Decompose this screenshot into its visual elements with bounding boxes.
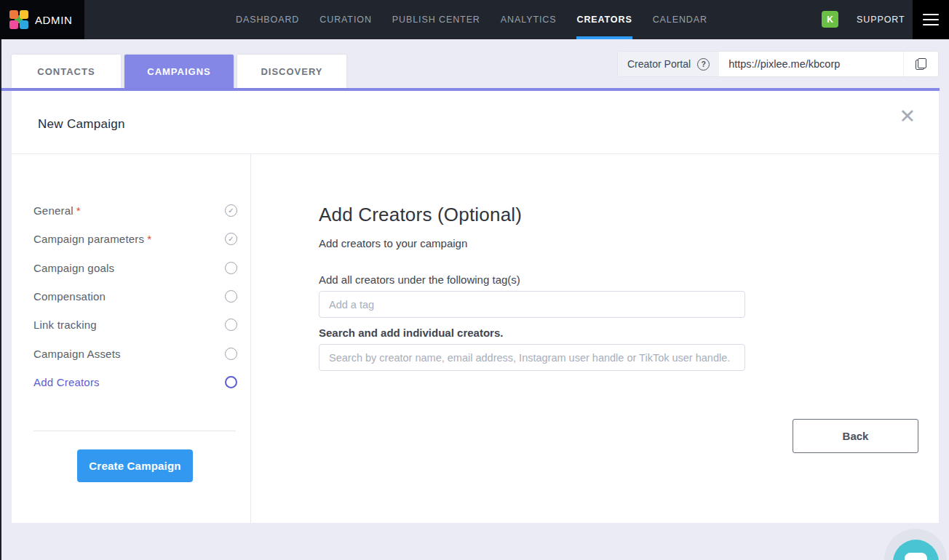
creator-search-input[interactable] <box>319 344 745 371</box>
steps-list: General* ✓ Campaign parameters* ✓ Campai… <box>33 196 237 396</box>
support-link[interactable]: SUPPORT <box>857 0 905 39</box>
hamburger-menu-icon[interactable] <box>913 0 949 39</box>
sidebar-divider <box>33 431 236 431</box>
section-tabs: CONTACTS CAMPAIGNS DISCOVERY <box>12 55 346 88</box>
tag-input[interactable] <box>319 291 745 318</box>
step-label: Add Creators <box>33 376 100 388</box>
copy-url-button[interactable] <box>903 52 938 76</box>
step-label: Campaign goals <box>33 262 114 274</box>
step-active-icon <box>225 376 237 388</box>
step-link-tracking[interactable]: Link tracking <box>33 311 237 339</box>
campaign-steps-sidebar: General* ✓ Campaign parameters* ✓ Campai… <box>12 154 251 523</box>
step-todo-icon <box>225 319 237 331</box>
step-done-icon: ✓ <box>225 233 237 245</box>
creator-portal-label: Creator Portal <box>627 58 691 70</box>
step-general[interactable]: General* ✓ <box>33 196 237 225</box>
step-label: General <box>33 204 74 217</box>
chat-icon <box>905 553 927 560</box>
step-label: Compensation <box>33 290 106 303</box>
copy-icon <box>916 58 926 70</box>
user-avatar[interactable]: K <box>822 11 838 28</box>
pixlee-logo-icon <box>9 10 28 29</box>
creator-portal-widget: Creator Portal ? https://pixlee.me/kbcor… <box>617 51 939 77</box>
top-nav: ADMIN DASHBOARD CURATION PUBLISH CENTER … <box>0 0 949 39</box>
step-label: Campaign parameters <box>33 233 144 245</box>
step-campaign-goals[interactable]: Campaign goals <box>33 254 237 282</box>
step-todo-icon <box>225 290 237 303</box>
nav-item-curation[interactable]: CURATION <box>319 0 372 39</box>
required-marker: * <box>147 233 151 245</box>
nav-item-creators[interactable]: CREATORS <box>576 0 632 39</box>
tab-discovery[interactable]: DISCOVERY <box>237 55 346 88</box>
nav-item-calendar[interactable]: CALENDAR <box>653 0 707 39</box>
add-creators-panel: Add Creators (Optional) Add creators to … <box>252 154 939 523</box>
nav-item-analytics[interactable]: ANALYTICS <box>501 0 557 39</box>
step-compensation[interactable]: Compensation <box>33 282 237 311</box>
creator-portal-label-area: Creator Portal ? <box>618 52 719 76</box>
step-add-creators[interactable]: Add Creators <box>33 368 237 396</box>
help-question-icon[interactable]: ? <box>697 58 710 71</box>
create-campaign-button[interactable]: Create Campaign <box>77 449 193 482</box>
panel-heading: Add Creators (Optional) <box>319 204 522 226</box>
step-label: Link tracking <box>33 319 97 331</box>
new-campaign-modal: New Campaign ✕ General* ✓ Campaign param… <box>12 91 939 523</box>
brand-area[interactable]: ADMIN <box>0 0 84 39</box>
back-button[interactable]: Back <box>793 419 918 453</box>
nav-item-dashboard[interactable]: DASHBOARD <box>236 0 299 39</box>
tag-field-label: Add all creators under the following tag… <box>319 273 520 286</box>
panel-subheading: Add creators to your campaign <box>319 237 467 249</box>
tab-contacts[interactable]: CONTACTS <box>12 55 121 88</box>
step-todo-icon <box>225 348 237 360</box>
step-campaign-assets[interactable]: Campaign Assets <box>33 339 237 367</box>
required-marker: * <box>76 204 81 217</box>
nav-menu: DASHBOARD CURATION PUBLISH CENTER ANALYT… <box>236 0 707 39</box>
step-campaign-parameters[interactable]: Campaign parameters* ✓ <box>33 225 237 253</box>
step-label: Campaign Assets <box>33 348 121 360</box>
tab-campaigns[interactable]: CAMPAIGNS <box>124 55 234 88</box>
step-done-icon: ✓ <box>225 204 237 217</box>
creator-portal-url[interactable]: https://pixlee.me/kbcorp <box>719 52 903 76</box>
modal-header: New Campaign ✕ <box>12 91 939 154</box>
brand-label: ADMIN <box>35 14 72 26</box>
search-field-label: Search and add individual creators. <box>319 327 503 339</box>
step-todo-icon <box>225 262 237 274</box>
modal-title: New Campaign <box>38 117 125 132</box>
tabs-underline <box>1 88 940 91</box>
close-icon[interactable]: ✕ <box>899 107 916 127</box>
screen-edge-line <box>0 39 1 560</box>
nav-item-publish-center[interactable]: PUBLISH CENTER <box>392 0 480 39</box>
